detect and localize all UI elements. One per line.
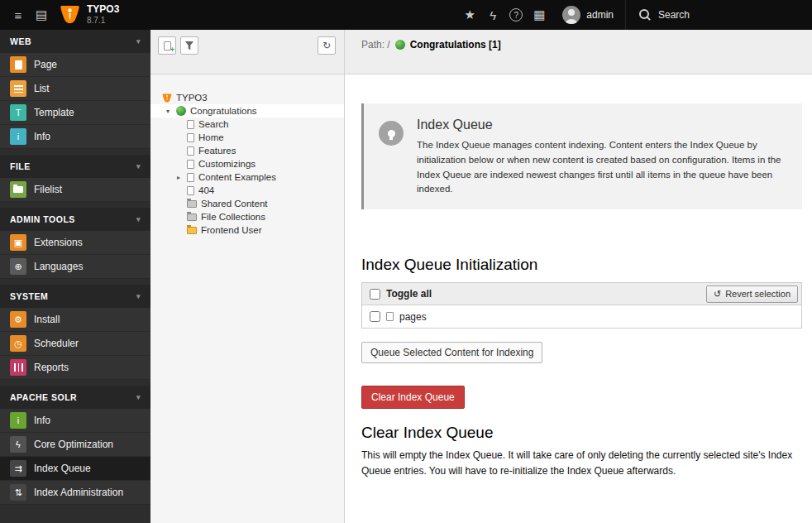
section-label: FILE bbox=[10, 161, 31, 171]
sidebar-item-label: Index Queue bbox=[34, 463, 91, 474]
toggle-all-checkbox[interactable] bbox=[370, 289, 380, 300]
workspace-grid-icon[interactable]: ▦ bbox=[528, 0, 551, 30]
site-globe-icon bbox=[395, 40, 405, 50]
sidebar-item-list[interactable]: List bbox=[0, 77, 150, 101]
page-tree-panel: + ↻ TYPO3 ▾ Congratulations bbox=[150, 30, 345, 523]
sidebar-item-extensions[interactable]: ▣ Extensions bbox=[0, 231, 150, 255]
tree-node-home[interactable]: Home bbox=[150, 131, 344, 144]
collapse-arrow-icon[interactable]: ▾ bbox=[164, 108, 172, 115]
sidebar-section-admin-tools: ADMIN TOOLS ▾ ▣ Extensions ⊕ Languages bbox=[0, 208, 150, 279]
sidebar-item-index-queue[interactable]: ⇉ Index Queue bbox=[0, 457, 150, 481]
sidebar-item-solr-info[interactable]: i Info bbox=[0, 409, 150, 433]
tree-node-label: Content Examples bbox=[198, 172, 276, 182]
tree-node-search[interactable]: Search bbox=[150, 118, 344, 131]
folder-icon bbox=[187, 200, 197, 208]
page-icon bbox=[386, 312, 394, 321]
sidebar-item-label: Languages bbox=[34, 261, 83, 272]
record-title: Congratulations [1] bbox=[410, 39, 501, 50]
init-heading: Index Queue Initialization bbox=[361, 256, 802, 274]
path-label: Path: / bbox=[361, 39, 390, 50]
sidebar-item-info[interactable]: i Info bbox=[0, 125, 150, 149]
filter-icon bbox=[185, 41, 194, 50]
sidebar-section-header-web[interactable]: WEB ▾ bbox=[0, 30, 150, 53]
tree-node-label: Congratulations bbox=[190, 106, 257, 116]
user-folder-icon bbox=[187, 227, 197, 234]
page-icon bbox=[187, 146, 194, 156]
user-menu[interactable]: admin bbox=[551, 0, 625, 30]
sidebar-item-core-optimization[interactable]: ϟ Core Optimization bbox=[0, 433, 150, 457]
tree-node-label: Shared Content bbox=[201, 199, 268, 209]
page-module-icon bbox=[10, 56, 26, 73]
typo3-logo-icon bbox=[60, 4, 80, 25]
list-module-icon bbox=[10, 80, 26, 97]
bookmark-star-icon[interactable]: ★ bbox=[458, 0, 481, 30]
tree-node-content-examples[interactable]: ▸ Content Examples bbox=[150, 170, 344, 184]
chevron-down-icon: ▾ bbox=[136, 393, 141, 401]
sidebar-section-header-apache-solr[interactable]: APACHE SOLR ▾ bbox=[0, 386, 150, 409]
tree-node-shared-content[interactable]: Shared Content bbox=[150, 197, 344, 210]
sidebar-section-header-file[interactable]: FILE ▾ bbox=[0, 155, 150, 178]
help-icon[interactable]: ? bbox=[504, 0, 528, 30]
topbar: ≡ ▤ TYPO3 8.7.1 ★ ϟ ? ▦ admin Search bbox=[0, 0, 812, 30]
tree-root-typo3[interactable]: TYPO3 bbox=[150, 91, 344, 104]
sidebar-item-install[interactable]: ⚙ Install bbox=[0, 308, 150, 332]
tree-node-label: Frontend User bbox=[201, 225, 262, 235]
sidebar-item-label: List bbox=[34, 83, 50, 94]
table-header-row: Toggle all ↺ Revert selection bbox=[362, 283, 801, 305]
index-queue-callout: Index Queue The Index Queue manages cont… bbox=[361, 103, 802, 209]
queue-selected-content-button[interactable]: Queue Selected Content for Indexing bbox=[361, 342, 542, 363]
solr-info-module-icon: i bbox=[10, 412, 26, 429]
page-icon bbox=[187, 173, 194, 182]
tree-node-congratulations[interactable]: ▾ Congratulations bbox=[150, 104, 344, 118]
pages-checkbox[interactable] bbox=[370, 311, 380, 322]
tree-node-404[interactable]: 404 bbox=[150, 184, 344, 197]
sidebar-item-label: Page bbox=[34, 59, 57, 70]
init-table: Toggle all ↺ Revert selection pages bbox=[361, 282, 802, 329]
revert-icon: ↺ bbox=[714, 289, 721, 300]
info-module-icon: i bbox=[10, 128, 26, 145]
expand-arrow-icon[interactable]: ▸ bbox=[174, 174, 183, 181]
search-icon bbox=[639, 9, 651, 21]
toggle-all-label: Toggle all bbox=[386, 288, 432, 300]
tree-node-frontend-user[interactable]: Frontend User bbox=[150, 223, 344, 237]
clear-index-queue-button[interactable]: Clear Index Queue bbox=[361, 386, 465, 409]
menu-collapse-icon[interactable]: ≡ bbox=[7, 0, 30, 30]
pagetree-toolbar: + ↻ bbox=[150, 30, 344, 74]
page-icon bbox=[187, 133, 194, 142]
revert-selection-button[interactable]: ↺ Revert selection bbox=[706, 285, 798, 303]
sidebar-section-header-system[interactable]: SYSTEM ▾ bbox=[0, 285, 150, 308]
install-module-icon: ⚙ bbox=[10, 311, 26, 328]
tree-node-customizings[interactable]: Customizings bbox=[150, 157, 344, 170]
section-label: ADMIN TOOLS bbox=[10, 214, 75, 224]
new-page-button[interactable]: + bbox=[158, 36, 176, 55]
tree-node-file-collections[interactable]: File Collections bbox=[150, 210, 344, 223]
tree-node-label: File Collections bbox=[201, 212, 265, 222]
module-list-icon[interactable]: ▤ bbox=[30, 0, 53, 30]
sidebar-item-template[interactable]: T Template bbox=[0, 101, 150, 125]
tree-node-label: Customizings bbox=[198, 159, 256, 169]
filter-button[interactable] bbox=[180, 36, 198, 55]
sidebar-item-page[interactable]: Page bbox=[0, 53, 150, 77]
tree-node-label: TYPO3 bbox=[176, 93, 208, 103]
sidebar-item-label: Reports bbox=[34, 362, 69, 373]
extensions-module-icon: ▣ bbox=[10, 234, 26, 251]
brand-name: TYPO3 bbox=[87, 4, 119, 16]
module-content: Index Queue The Index Queue manages cont… bbox=[345, 74, 812, 478]
refresh-button[interactable]: ↻ bbox=[318, 36, 336, 55]
sidebar-section-header-admin-tools[interactable]: ADMIN TOOLS ▾ bbox=[0, 208, 150, 231]
sidebar-item-filelist[interactable]: Filelist bbox=[0, 178, 150, 202]
clear-cache-bolt-icon[interactable]: ϟ bbox=[481, 0, 504, 30]
sidebar-item-index-administration[interactable]: ⇅ Index Administration bbox=[0, 481, 150, 505]
page-tree: TYPO3 ▾ Congratulations Search Home Feat… bbox=[150, 74, 344, 237]
sidebar-item-scheduler[interactable]: ◷ Scheduler bbox=[0, 332, 150, 356]
tree-node-features[interactable]: Features bbox=[150, 144, 344, 157]
sidebar-item-label: Scheduler bbox=[34, 338, 79, 349]
topbar-search[interactable]: Search bbox=[625, 0, 812, 30]
sidebar-item-languages[interactable]: ⊕ Languages bbox=[0, 255, 150, 279]
sidebar-section-system: SYSTEM ▾ ⚙ Install ◷ Scheduler Reports bbox=[0, 285, 150, 380]
page-icon bbox=[187, 186, 194, 195]
page-icon bbox=[187, 120, 194, 129]
sidebar-item-reports[interactable]: Reports bbox=[0, 356, 150, 380]
chevron-down-icon: ▾ bbox=[136, 162, 141, 170]
sidebar-item-label: Install bbox=[34, 314, 60, 325]
